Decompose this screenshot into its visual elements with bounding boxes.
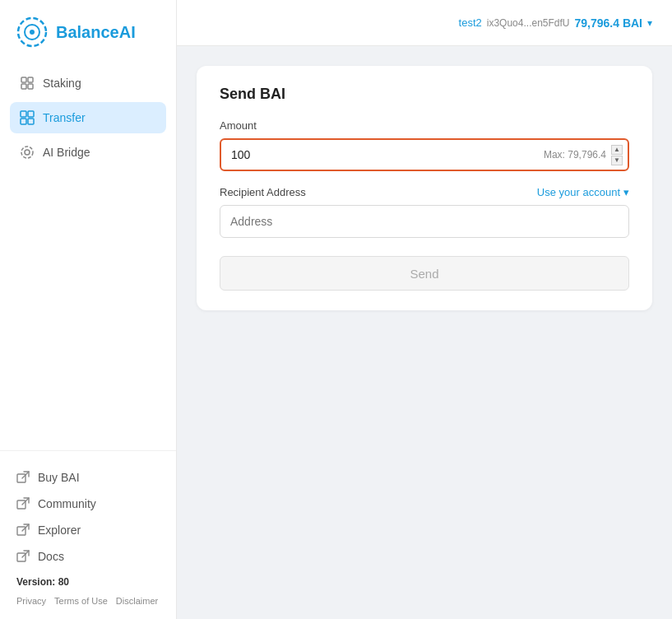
address-input[interactable] [220, 205, 629, 238]
account-chevron-icon: ▾ [647, 17, 652, 29]
footer-links: Privacy Terms of Use Disclaimer [16, 596, 160, 606]
external-link-icon-4 [16, 550, 30, 563]
community-link[interactable]: Community [16, 491, 160, 517]
amount-group: Amount Max: 79,796.4 ▲ ▼ [220, 119, 629, 171]
svg-rect-17 [17, 527, 25, 535]
buy-bai-link[interactable]: Buy BAI [16, 464, 160, 491]
svg-rect-19 [17, 553, 25, 561]
docs-label: Docs [38, 550, 64, 563]
community-label: Community [38, 497, 96, 510]
logo-text: BalanceAI [56, 23, 136, 42]
account-name: test2 [459, 16, 482, 29]
recipient-label: Recipient Address [220, 186, 306, 198]
amount-spinner: ▲ ▼ [611, 145, 623, 165]
logo-icon [16, 16, 48, 48]
explorer-label: Explorer [38, 524, 81, 537]
recipient-group: Recipient Address Use your account ▾ [220, 186, 629, 238]
use-account-button[interactable]: Use your account ▾ [537, 186, 629, 198]
svg-rect-3 [21, 77, 26, 82]
use-account-label: Use your account [537, 186, 620, 198]
svg-rect-15 [17, 500, 25, 509]
sidebar-nav: Staking Transfer AI Bridge [0, 67, 176, 450]
card-title: Send BAI [220, 86, 629, 103]
svg-point-11 [21, 147, 33, 158]
ai-bridge-icon [20, 145, 35, 160]
external-link-icon-2 [16, 497, 30, 510]
sidebar: BalanceAI Staking Transfer [0, 0, 177, 619]
privacy-link[interactable]: Privacy [16, 596, 46, 606]
page-content: Send BAI Amount Max: 79,796.4 ▲ ▼ Recipi… [177, 46, 672, 619]
account-address: ix3Quo4...en5FdfU [487, 17, 570, 29]
sidebar-item-staking[interactable]: Staking [10, 67, 166, 99]
staking-label: Staking [43, 77, 81, 90]
explorer-link[interactable]: Explorer [16, 517, 160, 543]
account-selector[interactable]: test2 ix3Quo4...en5FdfU 79,796.4 BAI ▾ [459, 16, 652, 30]
sidebar-logo[interactable]: BalanceAI [0, 0, 176, 67]
svg-point-12 [25, 150, 30, 155]
send-bai-card: Send BAI Amount Max: 79,796.4 ▲ ▼ Recipi… [197, 66, 652, 310]
account-balance: 79,796.4 BAI [575, 16, 643, 30]
docs-link[interactable]: Docs [16, 543, 160, 570]
sidebar-bottom: Buy BAI Community Explorer Do [0, 450, 176, 619]
amount-label: Amount [220, 119, 629, 132]
ai-bridge-label: AI Bridge [43, 146, 90, 159]
svg-rect-4 [28, 77, 33, 82]
main-content: test2 ix3Quo4...en5FdfU 79,796.4 BAI ▾ S… [177, 0, 672, 619]
svg-rect-13 [17, 474, 25, 482]
staking-icon [20, 76, 35, 91]
amount-decrement-button[interactable]: ▼ [611, 156, 623, 165]
sidebar-item-transfer[interactable]: Transfer [10, 102, 166, 133]
svg-rect-9 [21, 119, 26, 124]
svg-rect-5 [21, 84, 26, 89]
external-link-icon-3 [16, 524, 30, 537]
amount-wrapper: Max: 79,796.4 ▲ ▼ [220, 138, 629, 171]
amount-input[interactable] [220, 138, 629, 171]
svg-point-2 [30, 30, 35, 35]
terms-link[interactable]: Terms of Use [54, 596, 108, 606]
topbar: test2 ix3Quo4...en5FdfU 79,796.4 BAI ▾ [177, 0, 672, 46]
use-account-chevron-icon: ▾ [623, 186, 629, 198]
external-link-icon [16, 471, 30, 484]
amount-increment-button[interactable]: ▲ [611, 145, 623, 155]
version-text: Version: 80 [16, 576, 160, 588]
transfer-icon [20, 110, 35, 125]
recipient-header: Recipient Address Use your account ▾ [220, 186, 629, 198]
svg-rect-7 [21, 111, 26, 117]
sidebar-item-ai-bridge[interactable]: AI Bridge [10, 137, 166, 168]
disclaimer-link[interactable]: Disclaimer [116, 596, 158, 606]
svg-rect-8 [28, 111, 34, 117]
buy-bai-label: Buy BAI [38, 471, 80, 484]
svg-rect-10 [28, 119, 34, 124]
svg-rect-6 [28, 84, 33, 89]
send-button[interactable]: Send [220, 256, 629, 291]
transfer-label: Transfer [43, 111, 86, 124]
